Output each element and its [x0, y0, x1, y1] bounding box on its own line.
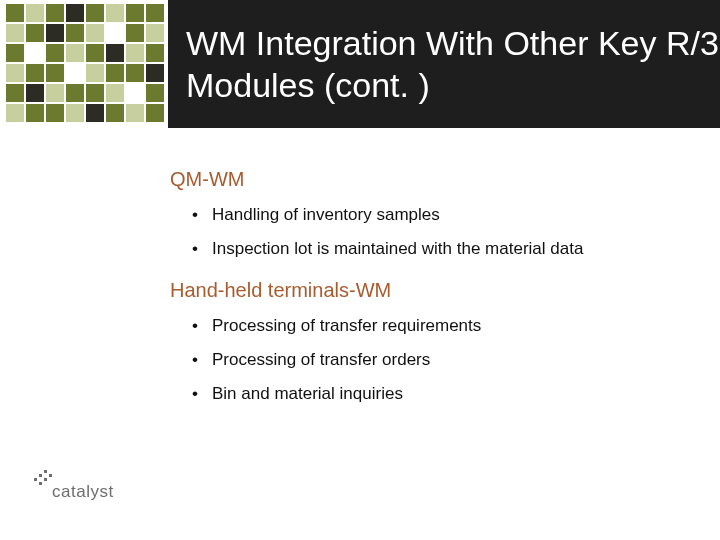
bullet-item: Processing of transfer requirements [192, 316, 690, 336]
section-heading: Hand-held terminals-WM [170, 279, 690, 302]
decorative-grid [0, 0, 168, 128]
bullet-item: Bin and material inquiries [192, 384, 690, 404]
title-bar: WM Integration With Other Key R/3 Module… [168, 0, 720, 128]
bullet-item: Processing of transfer orders [192, 350, 690, 370]
bullet-item: Handling of inventory samples [192, 205, 690, 225]
logo-text: catalyst [52, 482, 114, 502]
section-heading: QM-WM [170, 168, 690, 191]
slide: WM Integration With Other Key R/3 Module… [0, 0, 720, 540]
body-content: QM-WM Handling of inventory samples Insp… [170, 168, 690, 424]
bullet-item: Inspection lot is maintained with the ma… [192, 239, 690, 259]
bullet-list: Processing of transfer requirements Proc… [192, 316, 690, 404]
bullet-list: Handling of inventory samples Inspection… [192, 205, 690, 259]
catalyst-logo: catalyst [34, 464, 144, 504]
slide-title: WM Integration With Other Key R/3 Module… [186, 22, 720, 107]
